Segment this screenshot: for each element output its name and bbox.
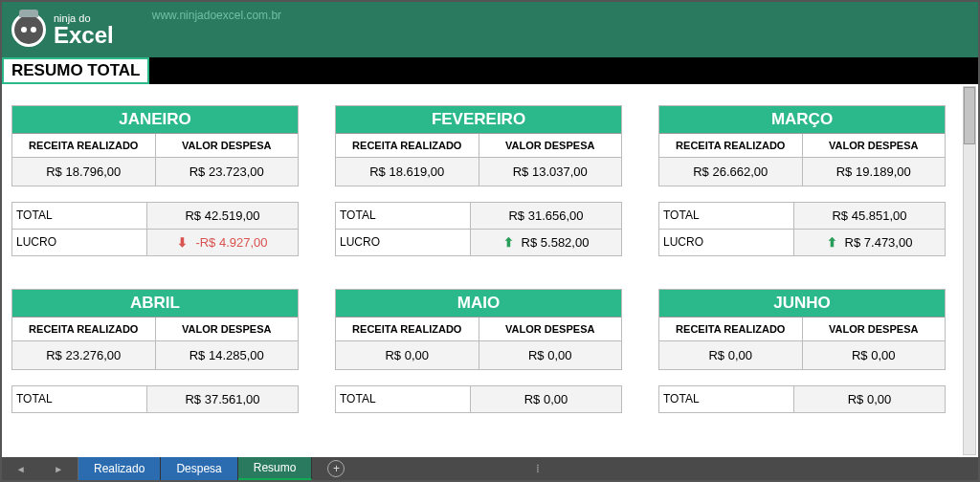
total-row: TOTAL R$ 45.851,00 [659, 202, 945, 229]
receita-header: RECEITA REALIZADO [336, 134, 479, 158]
scrollbar-thumb[interactable] [964, 87, 975, 144]
month-card: JANEIRO RECEITA REALIZADO VALOR DESPESA … [11, 105, 299, 186]
total-row: TOTAL R$ 42.519,00 [12, 202, 298, 229]
receita-value: R$ 0,00 [659, 341, 803, 369]
brand-bottom: Excel [54, 24, 114, 47]
tab-realizado[interactable]: Realizado [78, 457, 161, 480]
tab-nav-next-icon[interactable]: ► [54, 464, 63, 474]
despesa-header: VALOR DESPESA [156, 318, 299, 341]
receita-value: R$ 18.796,00 [12, 158, 156, 186]
tab-nav-arrows[interactable]: ◄ ► [2, 457, 78, 480]
receita-header: RECEITA REALIZADO [659, 134, 803, 158]
total-value: R$ 42.519,00 [146, 203, 298, 229]
lucro-label: LUCRO [12, 230, 146, 255]
despesa-header: VALOR DESPESA [156, 134, 299, 158]
arrow-up-icon: ⬆ [503, 235, 514, 250]
despesa-value: R$ 19.189,00 [803, 158, 946, 186]
title-bar: RESUMO TOTAL [2, 57, 978, 84]
lucro-value: ⬆R$ 5.582,00 [470, 230, 621, 255]
despesa-value: R$ 14.285,00 [156, 341, 299, 369]
month-card: FEVEREIRO RECEITA REALIZADO VALOR DESPES… [335, 105, 622, 186]
month-card: MARÇO RECEITA REALIZADO VALOR DESPESA R$… [658, 105, 946, 186]
total-row: TOTAL R$ 0,00 [336, 385, 621, 412]
brand-header: ninja do Excel www.ninjadoexcel.com.br [2, 2, 978, 57]
despesa-value: R$ 0,00 [479, 341, 622, 369]
despesa-value: R$ 13.037,00 [479, 158, 622, 186]
total-row: TOTAL R$ 0,00 [659, 385, 945, 412]
total-label: TOTAL [336, 203, 470, 229]
lucro-value: ⬆R$ 7.473,00 [793, 230, 945, 255]
tab-resumo[interactable]: Resumo [238, 457, 313, 480]
despesa-header: VALOR DESPESA [803, 318, 946, 341]
total-row: TOTAL R$ 31.656,00 [336, 202, 621, 229]
lucro-label: LUCRO [336, 230, 470, 255]
month-name: FEVEREIRO [336, 106, 621, 134]
total-value: R$ 45.851,00 [793, 203, 945, 229]
total-value: R$ 31.656,00 [470, 203, 621, 229]
month-name: ABRIL [12, 290, 298, 318]
total-label: TOTAL [336, 386, 470, 412]
receita-value: R$ 18.619,00 [336, 158, 479, 186]
despesa-value: R$ 0,00 [803, 341, 946, 369]
ninja-icon [11, 12, 46, 47]
total-label: TOTAL [659, 203, 793, 229]
month-summary: TOTAL R$ 42.519,00 LUCRO ⬇-R$ 4.927,00 [11, 202, 299, 256]
lucro-row: LUCRO ⬆R$ 5.582,00 [336, 229, 621, 255]
sheet-tab-bar: ◄ ► Realizado Despesa Resumo + ⁞ [2, 457, 978, 480]
month-name: MAIO [336, 290, 621, 318]
add-sheet-button[interactable]: + [327, 460, 345, 477]
lucro-value: ⬇-R$ 4.927,00 [146, 230, 298, 255]
despesa-header: VALOR DESPESA [479, 318, 622, 341]
page-title[interactable]: RESUMO TOTAL [2, 57, 149, 84]
receita-header: RECEITA REALIZADO [336, 318, 479, 341]
total-value: R$ 0,00 [470, 386, 621, 412]
month-summary: TOTAL R$ 45.851,00 LUCRO ⬆R$ 7.473,00 [658, 202, 946, 256]
despesa-value: R$ 23.723,00 [156, 158, 299, 186]
lucro-row: LUCRO ⬇-R$ 4.927,00 [12, 229, 298, 255]
total-label: TOTAL [12, 203, 146, 229]
despesa-header: VALOR DESPESA [803, 134, 946, 158]
vertical-scrollbar[interactable] [963, 86, 976, 455]
month-name: JANEIRO [12, 106, 298, 134]
total-row: TOTAL R$ 37.561,00 [12, 385, 298, 412]
brand-url: www.ninjadoexcel.com.br [152, 9, 281, 22]
total-value: R$ 0,00 [793, 386, 945, 412]
arrow-down-icon: ⬇ [177, 235, 188, 250]
month-name: JUNHO [659, 290, 945, 318]
brand-logo: ninja do Excel [11, 12, 114, 47]
month-name: MARÇO [659, 106, 945, 134]
month-card: MAIO RECEITA REALIZADO VALOR DESPESA R$ … [335, 289, 622, 370]
total-label: TOTAL [12, 386, 146, 412]
month-summary: TOTAL R$ 0,00 [658, 385, 946, 413]
summary-content: JANEIRO RECEITA REALIZADO VALOR DESPESA … [2, 84, 978, 413]
month-summary: TOTAL R$ 0,00 [335, 385, 622, 413]
receita-value: R$ 0,00 [336, 341, 479, 369]
month-summary: TOTAL R$ 31.656,00 LUCRO ⬆R$ 5.582,00 [335, 202, 622, 256]
splitter-grip-icon[interactable]: ⁞ [536, 462, 542, 475]
tab-nav-prev-icon[interactable]: ◄ [16, 464, 26, 474]
receita-header: RECEITA REALIZADO [12, 134, 156, 158]
despesa-header: VALOR DESPESA [479, 134, 622, 158]
receita-value: R$ 26.662,00 [659, 158, 803, 186]
lucro-label: LUCRO [659, 230, 793, 255]
receita-header: RECEITA REALIZADO [659, 318, 803, 341]
total-label: TOTAL [659, 386, 793, 412]
month-card: ABRIL RECEITA REALIZADO VALOR DESPESA R$… [11, 289, 299, 370]
receita-value: R$ 23.276,00 [12, 341, 156, 369]
receita-header: RECEITA REALIZADO [12, 318, 156, 341]
lucro-row: LUCRO ⬆R$ 7.473,00 [659, 229, 945, 255]
month-card: JUNHO RECEITA REALIZADO VALOR DESPESA R$… [658, 289, 946, 370]
total-value: R$ 37.561,00 [146, 386, 298, 412]
month-summary: TOTAL R$ 37.561,00 [11, 385, 299, 413]
arrow-up-icon: ⬆ [827, 235, 837, 250]
tab-despesa[interactable]: Despesa [161, 457, 237, 480]
